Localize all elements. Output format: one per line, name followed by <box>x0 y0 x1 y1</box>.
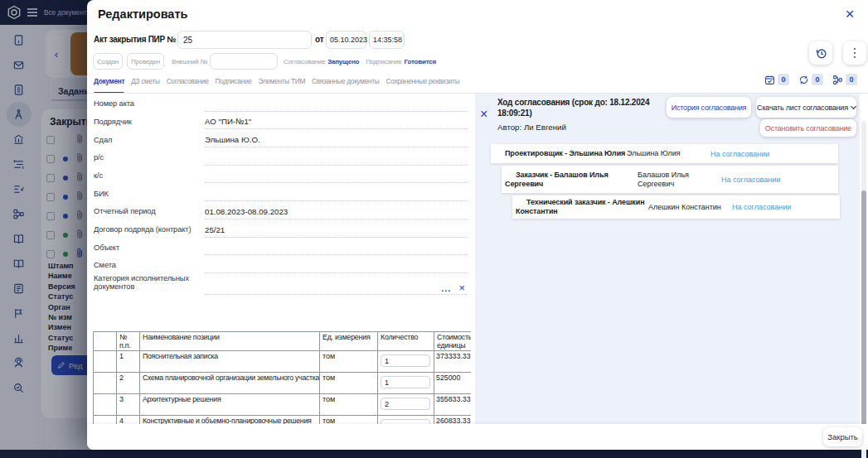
column-header: Наименование позиции <box>140 332 320 351</box>
clear-icon[interactable]: × <box>458 284 465 292</box>
step-user: Эльшина Юлия <box>627 149 706 158</box>
column-header: № п.п. <box>117 332 140 351</box>
row-select-cell[interactable] <box>94 416 117 425</box>
row-number-cell: 2 <box>117 373 140 394</box>
step-status[interactable]: На согласовании <box>721 176 780 184</box>
step-status[interactable]: На согласовании <box>710 150 769 158</box>
tab-3[interactable]: Согласование <box>167 73 209 93</box>
step-role: Заказчик - Балашов Илья Сергеевич <box>505 171 638 189</box>
field-value[interactable] <box>205 153 467 166</box>
table-row[interactable]: 4Конструктивные и объемно-планировочные … <box>94 416 472 425</box>
quantity-input[interactable]: 2 <box>381 398 430 410</box>
modal-tabs: ДокументДЗ сметыСогласованиеПодписаниеЭл… <box>94 73 459 93</box>
field-value[interactable]: 01.08.2023-08.09.2023 <box>205 207 467 219</box>
doc-from-label: от <box>315 35 324 44</box>
unit-cell: том <box>320 351 378 373</box>
field-label: Отчетный период <box>87 207 205 219</box>
quantity-cell <box>378 416 434 425</box>
field-value[interactable] <box>205 261 467 273</box>
people-sync-icon <box>798 75 809 85</box>
field-value[interactable] <box>205 171 467 183</box>
people-sync-counter[interactable]: 0 <box>798 74 823 85</box>
chevron-down-icon <box>851 103 856 108</box>
field-actions: ...× <box>441 283 465 293</box>
counter-badge: 0 <box>778 74 789 85</box>
tab-6[interactable]: Связанные документы <box>312 73 379 93</box>
field-value[interactable]: ...× <box>205 282 467 295</box>
hierarchy-counter[interactable]: 0 <box>832 74 857 85</box>
approval-panel-title: Ход согласования (срок до: 18.12.2024 18… <box>497 98 659 118</box>
unit-cell: том <box>320 416 378 425</box>
approval-step: Проектировщик - Эльшина ЮлияЭльшина Юлия… <box>491 144 838 163</box>
row-number-cell: 4 <box>117 416 140 425</box>
doc-time-input[interactable]: 14:35:58 <box>369 31 405 49</box>
column-header: Количество <box>378 332 434 351</box>
more-icon[interactable]: ... <box>441 283 451 293</box>
row-select-cell[interactable] <box>94 394 117 416</box>
close-button[interactable]: Закрыть <box>823 427 862 446</box>
step-role: Проектировщик - Эльшина Юлия <box>494 149 627 158</box>
table-row[interactable]: 3Архитектурные решениятом2355833.33 <box>94 394 472 416</box>
form-field: ПодрядчикАО "ПИ-№1" <box>87 112 471 130</box>
field-value[interactable]: АО "ПИ-№1" <box>205 117 467 129</box>
field-value[interactable] <box>205 243 467 255</box>
approval-author: Автор: Ли Евгений <box>497 123 566 132</box>
signing-label: Подписание <box>366 58 401 65</box>
position-name-cell: Конструктивные и объемно-планировочные р… <box>140 416 320 425</box>
status-chip-created[interactable]: Создан <box>93 53 123 70</box>
doc-type-label: Акт закрытия ПИР № <box>94 35 176 44</box>
table-row[interactable]: 2Схема планировочной организации земельн… <box>94 373 472 394</box>
row-number-cell: 3 <box>117 394 140 416</box>
field-label: Смета <box>87 261 205 273</box>
external-number-input[interactable] <box>210 53 278 70</box>
form-field: СдалЭльшина Ю.О. <box>87 129 471 147</box>
form-field: Отчетный период01.08.2023-08.09.2023 <box>87 201 471 219</box>
column-header <box>94 332 117 351</box>
table-row[interactable]: 1Пояснительная запискатом1373333.33 <box>94 351 472 373</box>
form-field: Категория исполнительных документов...× <box>87 273 471 295</box>
quantity-input[interactable]: 1 <box>381 354 430 367</box>
quantity-input[interactable]: 1 <box>381 376 430 388</box>
scrollbar-thumb[interactable] <box>861 190 866 439</box>
doc-date-input[interactable]: 05.10.2023 <box>326 31 366 49</box>
document-header-row: Акт закрытия ПИР № 25 от 05.10.2023 14:3… <box>87 30 868 50</box>
field-value[interactable] <box>205 189 467 201</box>
modal-title: Редактировать <box>98 7 187 21</box>
field-label: Сдал <box>87 136 205 148</box>
tab-2[interactable]: ДЗ сметы <box>131 73 160 93</box>
stop-approval-button[interactable]: Остановить согласование <box>760 119 856 137</box>
price-cell: 260833.33 <box>434 416 472 425</box>
field-value[interactable]: Эльшина Ю.О. <box>205 135 467 147</box>
field-value[interactable]: 25/21 <box>205 225 467 238</box>
calendar-check-icon <box>764 75 775 85</box>
approval-history-button[interactable]: История согласования <box>667 97 751 118</box>
download-sheet-button[interactable]: Скачать лист согласования <box>756 97 856 118</box>
column-header: Ед. измерения <box>320 332 378 351</box>
field-label: Категория исполнительных документов <box>87 274 205 295</box>
calendar-check-counter[interactable]: 0 <box>764 74 789 85</box>
tab-1[interactable]: Документ <box>94 73 124 93</box>
column-header: Стоимость единицы <box>434 332 472 351</box>
price-cell: 525000 <box>434 373 472 394</box>
doc-number-input[interactable]: 25 <box>177 31 312 49</box>
document-form-region: Номер актаПодрядчикАО "ПИ-№1"СдалЭльшина… <box>87 94 471 424</box>
step-user: Балашов Илья Сергеевич <box>638 171 716 189</box>
form-field: к/с <box>87 166 471 184</box>
tab-5[interactable]: Элементы ТИМ <box>259 73 305 93</box>
row-select-cell[interactable] <box>94 373 117 394</box>
approval-label: Согласование <box>284 58 325 65</box>
field-label: БИК <box>87 190 205 202</box>
status-row: Создан Проведен Внешний № Согласование З… <box>93 52 436 70</box>
approval-panel: × Ход согласования (срок до: 18.12.2024 … <box>475 94 860 424</box>
close-icon[interactable]: × <box>840 4 860 24</box>
tab-7[interactable]: Сохраненные реквизиты <box>386 73 460 93</box>
step-status[interactable]: На согласовании <box>732 203 791 211</box>
field-value[interactable] <box>205 99 467 112</box>
approval-panel-close-icon[interactable]: × <box>480 107 487 122</box>
price-cell: 373333.33 <box>434 351 472 373</box>
row-select-cell[interactable] <box>94 351 117 373</box>
step-user: Алешкин Константин <box>648 203 727 212</box>
tab-4[interactable]: Подписание <box>216 73 252 93</box>
status-chip-posted[interactable]: Проведен <box>127 53 164 70</box>
approval-step: Заказчик - Балашов Илья СергеевичБалашов… <box>502 166 838 193</box>
